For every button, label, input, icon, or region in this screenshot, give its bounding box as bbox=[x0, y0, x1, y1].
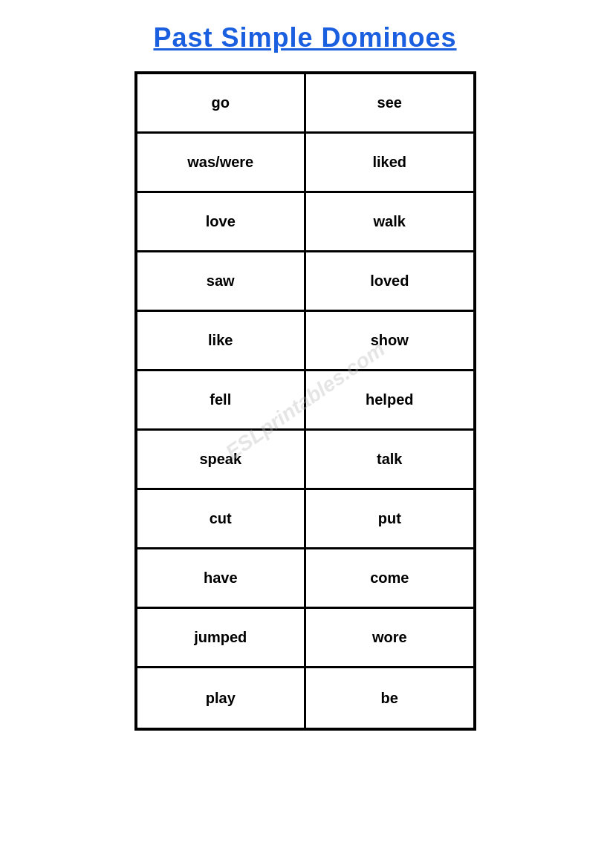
table-row: fellhelped bbox=[137, 371, 473, 431]
cell-left: go bbox=[137, 74, 307, 131]
cell-right: be bbox=[306, 668, 473, 728]
table-row: jumpedwore bbox=[137, 609, 473, 668]
cell-left: saw bbox=[137, 252, 307, 310]
cell-right: helped bbox=[306, 371, 473, 428]
table-row: havecome bbox=[137, 549, 473, 609]
cell-left: fell bbox=[137, 371, 307, 428]
table-row: was/wereliked bbox=[137, 134, 473, 193]
cell-right: put bbox=[306, 490, 473, 547]
cell-left: was/were bbox=[137, 134, 307, 191]
cell-right: loved bbox=[306, 252, 473, 310]
cell-left: play bbox=[137, 668, 307, 728]
table-row: playbe bbox=[137, 668, 473, 728]
cell-left: speak bbox=[137, 431, 307, 488]
domino-table: goseewas/werelikedlovewalksawlovedlikesh… bbox=[134, 71, 476, 731]
table-row: cutput bbox=[137, 490, 473, 549]
cell-left: have bbox=[137, 549, 307, 607]
table-row: sawloved bbox=[137, 252, 473, 312]
table-row: speaktalk bbox=[137, 431, 473, 490]
cell-right: walk bbox=[306, 193, 473, 250]
table-row: lovewalk bbox=[137, 193, 473, 252]
cell-right: talk bbox=[306, 431, 473, 488]
cell-right: wore bbox=[306, 609, 473, 666]
cell-right: show bbox=[306, 312, 473, 369]
cell-left: love bbox=[137, 193, 307, 250]
cell-left: like bbox=[137, 312, 307, 369]
cell-left: cut bbox=[137, 490, 307, 547]
cell-left: jumped bbox=[137, 609, 307, 666]
cell-right: see bbox=[306, 74, 473, 131]
table-row: likeshow bbox=[137, 312, 473, 371]
cell-right: liked bbox=[306, 134, 473, 191]
domino-outer-border: goseewas/werelikedlovewalksawlovedlikesh… bbox=[134, 71, 476, 731]
table-row: gosee bbox=[137, 74, 473, 134]
cell-right: come bbox=[306, 549, 473, 607]
page-title: Past Simple Dominoes bbox=[153, 22, 456, 53]
